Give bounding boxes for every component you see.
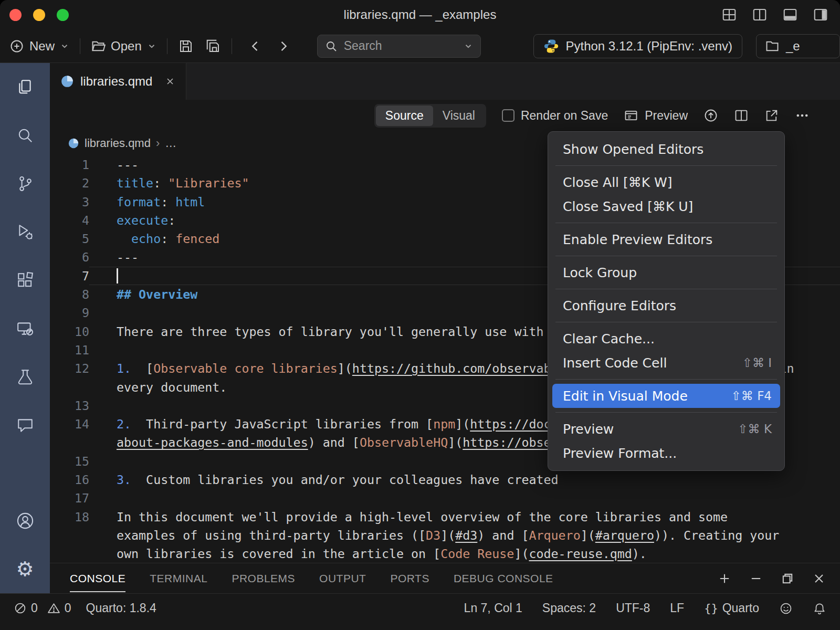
menu-item-lock-group[interactable]: Lock Group bbox=[548, 260, 784, 285]
preview-pane-icon bbox=[624, 108, 638, 123]
braces-icon: {} bbox=[704, 602, 718, 615]
code-row[interactable]: examples of using third-party libraries … bbox=[50, 526, 840, 544]
activity-item-sessions[interactable] bbox=[15, 318, 36, 339]
panel-tab-terminal[interactable]: TERMINAL bbox=[150, 564, 207, 592]
menu-item-close-saved-k-u[interactable]: Close Saved [⌘K U] bbox=[548, 194, 784, 218]
publish-icon[interactable] bbox=[704, 108, 718, 123]
interpreter-selector[interactable]: Python 3.12.1 (PipEnv: .venv) bbox=[533, 34, 742, 58]
menu-item-shortcut: ⇧⌘ K bbox=[738, 422, 772, 436]
open-button[interactable]: Open bbox=[91, 39, 156, 54]
save-icon[interactable] bbox=[178, 38, 194, 54]
menu-separator bbox=[555, 412, 777, 413]
panel-tab-ports[interactable]: PORTS bbox=[390, 564, 429, 592]
line-number bbox=[50, 526, 89, 544]
activity-item-run-debug[interactable] bbox=[15, 222, 36, 243]
activity-item-chat[interactable] bbox=[15, 415, 36, 436]
menu-item-configure-editors[interactable]: Configure Editors bbox=[548, 293, 784, 318]
breadcrumb-file[interactable]: libraries.qmd bbox=[85, 136, 151, 150]
open-external-icon[interactable] bbox=[764, 108, 779, 123]
activity-item-search[interactable] bbox=[15, 125, 36, 146]
activity-item-source-control[interactable] bbox=[15, 173, 36, 194]
menu-item-shortcut: ⇧⌘ F4 bbox=[731, 389, 772, 403]
menu-item-label: Preview bbox=[563, 422, 614, 437]
split-columns-icon[interactable] bbox=[752, 7, 768, 23]
activity-bar: ⚙ bbox=[0, 63, 50, 593]
encoding-status[interactable]: UTF-8 bbox=[616, 601, 650, 615]
menu-item-shortcut: ⇧⌘ I bbox=[742, 356, 772, 370]
panel-bottom-icon[interactable] bbox=[782, 7, 798, 23]
menu-separator bbox=[555, 322, 777, 322]
menu-item-preview-format[interactable]: Preview Format... bbox=[548, 441, 784, 465]
problems-status[interactable]: 0 0 bbox=[14, 601, 71, 615]
back-arrow-icon[interactable] bbox=[248, 39, 262, 54]
new-button[interactable]: New bbox=[9, 39, 69, 54]
menu-item-preview[interactable]: Preview⇧⌘ K bbox=[548, 417, 784, 441]
code-row[interactable]: 163. Custom libraries you and/or your co… bbox=[50, 470, 840, 489]
menu-item-label: Close Saved [⌘K U] bbox=[563, 199, 693, 214]
search-placeholder: Search bbox=[344, 39, 382, 53]
menu-item-edit-in-visual-mode[interactable]: Edit in Visual Mode⇧⌘ F4 bbox=[552, 384, 780, 408]
panel-tab-debug-console[interactable]: DEBUG CONSOLE bbox=[454, 564, 553, 592]
menu-item-show-opened-editors[interactable]: Show Opened Editors bbox=[548, 137, 784, 161]
feedback-smiley-icon[interactable] bbox=[779, 602, 793, 615]
tab-libraries-qmd[interactable]: libraries.qmd bbox=[50, 63, 186, 100]
error-circle-slash-icon bbox=[14, 602, 27, 615]
menu-item-label: Clear Cache... bbox=[563, 331, 655, 346]
text-cursor bbox=[117, 268, 118, 284]
line-number: 18 bbox=[50, 508, 89, 526]
activity-item-extensions[interactable] bbox=[15, 270, 36, 291]
code-row[interactable]: 17 bbox=[50, 489, 840, 507]
search-input[interactable]: Search bbox=[317, 35, 481, 58]
close-tab-icon[interactable] bbox=[165, 76, 175, 87]
menu-separator bbox=[555, 165, 777, 166]
line-number bbox=[50, 378, 89, 396]
settings-gear-icon[interactable]: ⚙ bbox=[15, 559, 36, 580]
notifications-bell-icon[interactable] bbox=[813, 602, 826, 615]
panel-restore-icon[interactable] bbox=[780, 571, 795, 586]
quarto-logo-icon bbox=[68, 138, 79, 149]
breadcrumb-more[interactable]: … bbox=[165, 136, 176, 150]
menu-item-insert-code-cell[interactable]: Insert Code Cell⇧⌘ I bbox=[548, 351, 784, 375]
menu-item-clear-cache[interactable]: Clear Cache... bbox=[548, 327, 784, 351]
account-icon[interactable] bbox=[15, 510, 36, 531]
layout-grid-icon[interactable] bbox=[721, 7, 737, 23]
code-row[interactable]: own libraries is covered in the article … bbox=[50, 544, 840, 563]
titlebar: libraries.qmd — _examples bbox=[0, 0, 840, 29]
visual-mode-button[interactable]: Visual bbox=[433, 106, 485, 126]
workspace-button[interactable]: _e bbox=[756, 34, 840, 58]
indentation-status[interactable]: Spaces: 2 bbox=[542, 601, 596, 615]
more-actions-ellipsis-icon[interactable] bbox=[795, 108, 810, 123]
panel-close-icon[interactable] bbox=[812, 571, 826, 586]
chevron-down-icon bbox=[147, 41, 156, 51]
menu-item-enable-preview-editors[interactable]: Enable Preview Editors bbox=[548, 227, 784, 251]
eol-status[interactable]: LF bbox=[670, 601, 684, 615]
panel-right-icon[interactable] bbox=[813, 7, 828, 23]
panel-plus-icon[interactable] bbox=[717, 571, 732, 586]
panel-tab-output[interactable]: OUTPUT bbox=[319, 564, 366, 592]
panel-minimize-icon[interactable] bbox=[749, 571, 763, 586]
activity-item-testing[interactable] bbox=[15, 366, 36, 387]
line-number: 6 bbox=[50, 248, 89, 266]
save-all-icon[interactable] bbox=[205, 38, 221, 54]
render-on-save-checkbox[interactable] bbox=[502, 109, 514, 122]
window-title: libraries.qmd — _examples bbox=[0, 7, 840, 22]
python-logo-icon bbox=[543, 38, 559, 54]
cursor-position-status[interactable]: Ln 7, Col 1 bbox=[464, 601, 522, 615]
menu-separator bbox=[555, 256, 777, 256]
code-row[interactable]: 18In this document we'll provide a high-… bbox=[50, 508, 840, 526]
panel-tabs: CONSOLETERMINALPROBLEMSOUTPUTPORTSDEBUG … bbox=[70, 564, 553, 592]
menu-item-label: Insert Code Cell bbox=[563, 355, 667, 371]
code-text: own libraries is covered in the article … bbox=[89, 544, 840, 563]
language-mode-status[interactable]: {} Quarto bbox=[704, 601, 759, 615]
panel-tab-console[interactable]: CONSOLE bbox=[70, 564, 125, 592]
preview-button[interactable]: Preview bbox=[624, 108, 688, 123]
source-mode-button[interactable]: Source bbox=[376, 106, 433, 126]
menu-item-close-all-k-w[interactable]: Close All [⌘K W] bbox=[548, 170, 784, 194]
panel-tab-problems[interactable]: PROBLEMS bbox=[232, 564, 295, 592]
activity-item-explorer[interactable] bbox=[15, 77, 36, 98]
quarto-version-status[interactable]: Quarto: 1.8.4 bbox=[86, 601, 156, 615]
split-editor-icon[interactable] bbox=[734, 108, 749, 123]
forward-arrow-icon[interactable] bbox=[276, 39, 291, 54]
quarto-logo-icon bbox=[60, 75, 74, 88]
new-label: New bbox=[29, 39, 55, 54]
